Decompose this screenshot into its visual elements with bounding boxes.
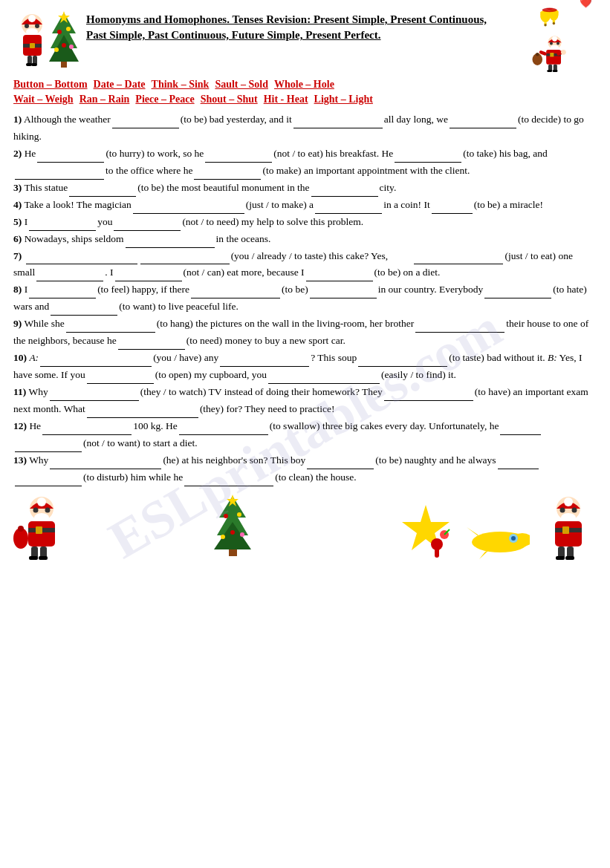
- pair-9: Shout – Shut: [201, 94, 258, 105]
- blank-7b[interactable]: [140, 264, 230, 264]
- ex1-num: 1): [13, 114, 22, 125]
- blank-9b[interactable]: [415, 332, 504, 333]
- svg-point-46: [536, 53, 539, 56]
- svg-point-20: [69, 45, 74, 49]
- homonyms-row2: Wait – Weigh Ran – Rain Piece – Peace Sh…: [13, 94, 597, 105]
- blank-4c[interactable]: [432, 213, 473, 214]
- pair-1: Button – Bottom: [13, 79, 88, 91]
- bottom-right-decorations: [396, 494, 597, 561]
- blank-1b[interactable]: [293, 128, 383, 128]
- bottom-decoration: [13, 494, 597, 561]
- main-title: Homonyms and Homophones. Tenses Revision…: [86, 12, 494, 43]
- svg-point-3: [35, 24, 39, 28]
- blank-12b[interactable]: [179, 434, 268, 435]
- exercise-3: 3) This statue(to be) the most beautiful…: [13, 180, 597, 197]
- svg-point-66: [237, 512, 241, 517]
- exercise-11: 11) Why(they / to watch) TV instead of d…: [13, 384, 597, 418]
- blank-11b[interactable]: [384, 400, 473, 401]
- santa-right-icon: [519, 34, 578, 74]
- svg-rect-93: [565, 556, 574, 560]
- svg-rect-89: [562, 526, 569, 534]
- blank-9a[interactable]: [66, 332, 155, 333]
- star-decoration-icon: [396, 501, 455, 561]
- blank-2a[interactable]: [37, 162, 104, 163]
- pair-4: Sault – Sold: [215, 79, 268, 91]
- blank-8a[interactable]: [29, 298, 96, 298]
- svg-point-32: [557, 42, 559, 45]
- plane-icon: [463, 516, 530, 561]
- svg-point-44: [561, 50, 566, 55]
- blank-13a[interactable]: [50, 469, 161, 469]
- svg-point-83: [564, 497, 573, 506]
- blank-12a[interactable]: [42, 434, 132, 435]
- svg-rect-40: [553, 70, 558, 72]
- exercise-12: 12) He100 kg. He(to swallow) three big c…: [13, 418, 597, 452]
- santa-left-icon: [16, 11, 49, 71]
- top-right-decoration: ❤️: [500, 7, 597, 74]
- exercise-8: 8) I(to feel) happy, if there(to be)in o…: [13, 281, 597, 316]
- exercise-1: 1) Although the weather(to be) bad yeste…: [13, 111, 597, 146]
- svg-point-67: [230, 530, 235, 535]
- title-block: Homonyms and Homophones. Tenses Revision…: [80, 7, 500, 43]
- blank-1c[interactable]: [450, 128, 516, 128]
- svg-point-18: [62, 43, 66, 48]
- blank-13e[interactable]: [184, 486, 273, 486]
- santa-bottom-right-icon: [537, 494, 597, 561]
- blank-7a[interactable]: [26, 264, 137, 264]
- svg-marker-78: [467, 527, 479, 537]
- pair-8: Piece – Peace: [135, 94, 194, 105]
- ex9-num: 9): [13, 318, 22, 329]
- exercise-9: 9) While she(to hang) the pictures on th…: [13, 316, 597, 350]
- blank-10a[interactable]: [40, 366, 152, 367]
- ex6-num: 6): [13, 233, 22, 244]
- svg-point-17: [66, 27, 71, 31]
- blank-13d[interactable]: [15, 486, 82, 486]
- svg-rect-92: [556, 556, 565, 560]
- blank-7c[interactable]: [414, 264, 503, 264]
- ex8-num: 8): [13, 284, 22, 295]
- santa-bottom-left-icon: [13, 494, 69, 561]
- blank-2b[interactable]: [205, 162, 272, 163]
- ex4-num: 4): [13, 199, 22, 210]
- ex13-num: 13): [13, 454, 27, 466]
- svg-point-84: [560, 507, 565, 512]
- svg-rect-73: [435, 547, 439, 558]
- svg-point-27: [553, 22, 555, 25]
- svg-point-81: [511, 536, 516, 541]
- svg-rect-8: [26, 63, 32, 66]
- svg-point-31: [550, 42, 553, 45]
- exercise-6: 6) Nowadays, ships seldomin the oceans.: [13, 231, 597, 248]
- page: ESLprintables.com: [0, 0, 610, 868]
- svg-point-86: [561, 513, 576, 522]
- blank-2c[interactable]: [395, 162, 461, 163]
- exercise-7: 7) (you / already / to taste) this cake?…: [13, 248, 597, 282]
- blank-11a[interactable]: [50, 400, 139, 401]
- blank-8d[interactable]: [484, 298, 551, 298]
- blank-10b[interactable]: [220, 366, 309, 367]
- pair-2: Date – Date: [94, 79, 146, 91]
- pair-11: Light – Light: [314, 94, 373, 105]
- blank-1a[interactable]: [112, 128, 179, 128]
- svg-rect-9: [31, 63, 37, 66]
- blank-10c[interactable]: [358, 366, 447, 367]
- ex2-num: 2): [13, 148, 22, 159]
- pair-7: Ran – Rain: [80, 94, 130, 105]
- svg-rect-36: [550, 53, 554, 57]
- svg-rect-57: [29, 556, 38, 560]
- svg-point-24: [544, 24, 546, 26]
- svg-rect-11: [30, 43, 35, 48]
- svg-point-48: [37, 497, 46, 506]
- blank-13b[interactable]: [307, 469, 374, 469]
- svg-point-30: [552, 36, 557, 42]
- heart-icon: ❤️: [580, 0, 592, 9]
- svg-point-2: [25, 24, 29, 28]
- blank-8c[interactable]: [310, 298, 377, 298]
- svg-point-49: [33, 507, 39, 512]
- svg-point-4: [26, 28, 38, 36]
- blank-13c[interactable]: [498, 469, 539, 469]
- blank-8b[interactable]: [191, 298, 280, 298]
- svg-rect-15: [61, 62, 67, 68]
- pair-3: Think – Sink: [152, 79, 210, 91]
- blank-12c[interactable]: [500, 434, 541, 435]
- svg-point-1: [28, 15, 36, 22]
